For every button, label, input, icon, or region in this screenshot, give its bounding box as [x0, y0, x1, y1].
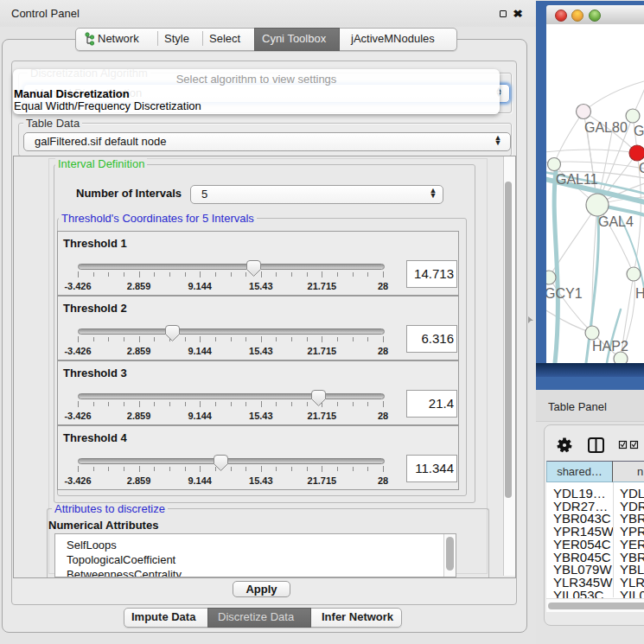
svg-text:GAL11: GAL11	[556, 172, 598, 187]
svg-text:GAL80: GAL80	[584, 120, 628, 135]
svg-text:HAP2: HAP2	[592, 339, 628, 354]
svg-text:GAL4: GAL4	[598, 214, 634, 229]
svg-text:GCY1: GCY1	[546, 286, 583, 301]
svg-text:GA: GA	[634, 124, 644, 138]
svg-text:CA: CA	[639, 161, 644, 175]
svg-text:HA: HA	[635, 286, 644, 301]
